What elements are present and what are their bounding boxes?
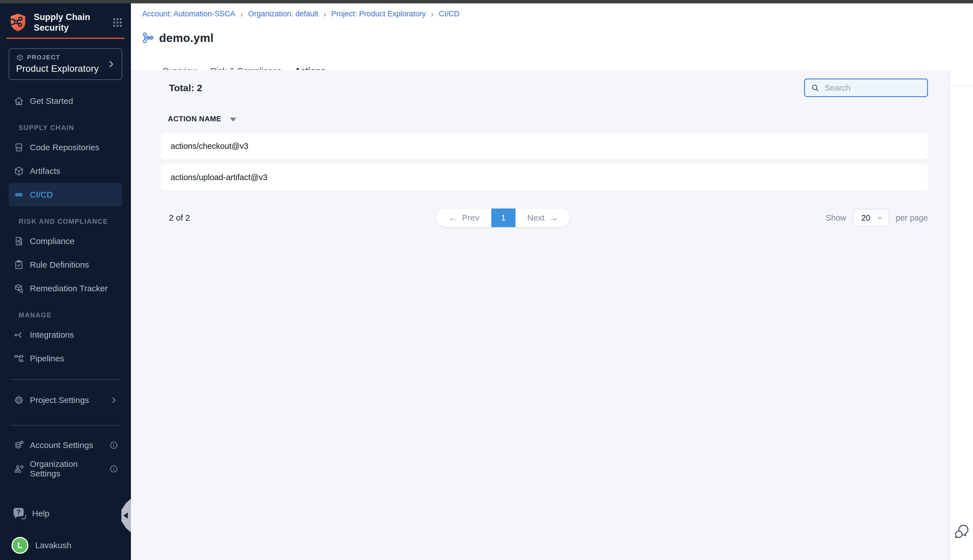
sidebar-item-help[interactable]: ? Help: [9, 502, 122, 525]
breadcrumb-link-cicd[interactable]: CI/CD: [439, 10, 460, 18]
shield-logo-icon: [9, 13, 27, 32]
action-name-cell: actions/checkout@v3: [170, 142, 248, 151]
breadcrumb-link-organization[interactable]: Organization: default: [248, 10, 318, 18]
sidebar-item-label: Pipelines: [30, 354, 64, 363]
workflow-pipeline-icon: [142, 32, 155, 45]
org-chart-gear-icon: [13, 463, 24, 474]
app-logo-row: Supply Chain Security: [0, 3, 131, 33]
home-icon: [13, 96, 24, 107]
chevron-right-icon: [109, 396, 118, 405]
sidebar-item-label: Code Repositories: [30, 143, 99, 152]
sidebar-item-account-settings[interactable]: Account Settings: [9, 433, 122, 457]
support-chat-icon[interactable]: [953, 523, 970, 539]
arrow-left-icon: ←: [449, 213, 457, 223]
pagination-row: 2 of 2 ← Prev 1 Next → Show 20 per page: [169, 208, 928, 227]
sidebar-item-label: Artifacts: [30, 166, 60, 176]
section-label-risk-and-compliance: RISK AND COMPLIANCE: [9, 218, 122, 225]
sidebar-collapse-handle[interactable]: [121, 498, 131, 532]
breadcrumb-separator: ›: [240, 10, 243, 18]
chevron-right-icon: [107, 59, 116, 69]
sidebar-item-artifacts[interactable]: Artifacts: [9, 159, 122, 183]
toolbar: Total: 2: [131, 70, 950, 97]
sidebar-divider: [10, 425, 120, 425]
sidebar-item-label: Organization Settings: [30, 459, 109, 478]
total-count-label: Total: 2: [169, 82, 202, 93]
pager: ← Prev 1 Next →: [437, 208, 570, 227]
chevron-down-icon: [876, 214, 883, 222]
search-input[interactable]: [824, 83, 921, 93]
infinity-icon: [13, 189, 24, 200]
sidebar-item-rule-definitions[interactable]: Rule Definitions: [9, 253, 122, 277]
page-title: demo.yml: [159, 32, 214, 45]
breadcrumb-separator: ›: [323, 10, 326, 18]
app-title: Supply Chain Security: [34, 12, 112, 33]
layers-gear-icon: [13, 440, 24, 450]
sidebar-item-label: Account Settings: [30, 440, 93, 450]
project-selector[interactable]: PROJECT Product Exploratory: [9, 48, 122, 80]
page-range-label: 2 of 2: [169, 213, 190, 223]
page-size-select[interactable]: 20: [853, 209, 889, 227]
repository-icon: [13, 142, 24, 153]
sidebar-item-compliance[interactable]: Compliance: [9, 229, 122, 253]
share-arrows-icon: [13, 330, 24, 340]
document-search-icon: [13, 236, 24, 247]
breadcrumb: Account: Automation-SSCA › Organization:…: [131, 3, 973, 18]
breadcrumb-separator: ›: [431, 10, 434, 18]
section-label-supply-chain: SUPPLY CHAIN: [9, 124, 122, 132]
info-icon[interactable]: [109, 464, 118, 473]
sidebar-item-label: Project Settings: [30, 395, 89, 405]
app-switcher-grid-icon[interactable]: [112, 17, 123, 28]
search-icon: [811, 83, 819, 92]
table-row[interactable]: actions/checkout@v3: [160, 133, 928, 160]
box-wrench-icon: [13, 283, 24, 294]
page-size-value: 20: [861, 213, 870, 223]
sidebar-item-get-started[interactable]: Get Started: [9, 89, 122, 113]
action-name-cell: actions/upload-artifact@v3: [170, 173, 267, 182]
project-name: Product Exploratory: [16, 63, 115, 74]
cube-icon: [13, 166, 24, 177]
sidebar-item-label: Integrations: [30, 330, 74, 340]
info-icon[interactable]: [109, 441, 118, 450]
project-kicker-label: PROJECT: [27, 54, 60, 61]
breadcrumb-link-project[interactable]: Project: Product Exploratory: [331, 10, 426, 18]
search-box[interactable]: [804, 78, 928, 97]
project-cube-icon: [16, 54, 23, 62]
avatar: L: [12, 537, 28, 554]
sidebar-item-cicd[interactable]: CI/CD: [9, 183, 122, 207]
sidebar: Supply Chain Security PROJECT Product Ex…: [0, 3, 131, 560]
page-size-group: Show 20 per page: [826, 209, 928, 227]
sidebar-item-label: Rule Definitions: [30, 260, 89, 270]
window-top-edge: [0, 0, 973, 3]
clipboard-check-icon: [13, 260, 24, 270]
breadcrumb-link-account[interactable]: Account: Automation-SSCA: [142, 10, 235, 18]
sidebar-item-organization-settings[interactable]: Organization Settings: [9, 457, 122, 481]
gear-icon: [13, 395, 24, 405]
sidebar-item-integrations[interactable]: Integrations: [9, 323, 122, 347]
table-header-action-name[interactable]: ACTION NAME: [168, 115, 950, 123]
user-name: Lavakush: [35, 541, 71, 550]
arrow-right-icon: →: [549, 213, 558, 223]
sidebar-item-label: Remediation Tracker: [30, 284, 108, 293]
sidebar-item-pipelines[interactable]: Pipelines: [9, 347, 122, 370]
sidebar-item-code-repositories[interactable]: Code Repositories: [9, 136, 122, 159]
show-label: Show: [826, 213, 846, 223]
actions-tab-content: Total: 2 ACTION NAME actions/checkout@v3…: [131, 70, 950, 560]
sidebar-nav: Get Started SUPPLY CHAIN Code Repositori…: [0, 89, 131, 481]
page-number-button[interactable]: 1: [491, 208, 516, 227]
pipeline-nodes-icon: [13, 353, 24, 364]
help-label: Help: [32, 509, 50, 518]
help-chat-icon: ?: [13, 508, 26, 519]
prev-page-button[interactable]: ← Prev: [437, 208, 491, 227]
brand-accent-divider: [6, 38, 125, 39]
section-label-manage: MANAGE: [9, 311, 122, 319]
user-menu[interactable]: L Lavakush: [9, 534, 122, 557]
sidebar-item-label: Compliance: [30, 237, 74, 246]
next-page-button[interactable]: Next →: [516, 208, 570, 227]
sidebar-item-remediation-tracker[interactable]: Remediation Tracker: [9, 277, 122, 300]
sidebar-item-project-settings[interactable]: Project Settings: [9, 388, 122, 412]
sidebar-divider: [10, 379, 120, 380]
per-page-label: per page: [896, 213, 928, 223]
page-title-row: demo.yml: [131, 18, 973, 53]
sidebar-item-label: Get Started: [30, 96, 73, 106]
table-row[interactable]: actions/upload-artifact@v3: [160, 164, 928, 191]
